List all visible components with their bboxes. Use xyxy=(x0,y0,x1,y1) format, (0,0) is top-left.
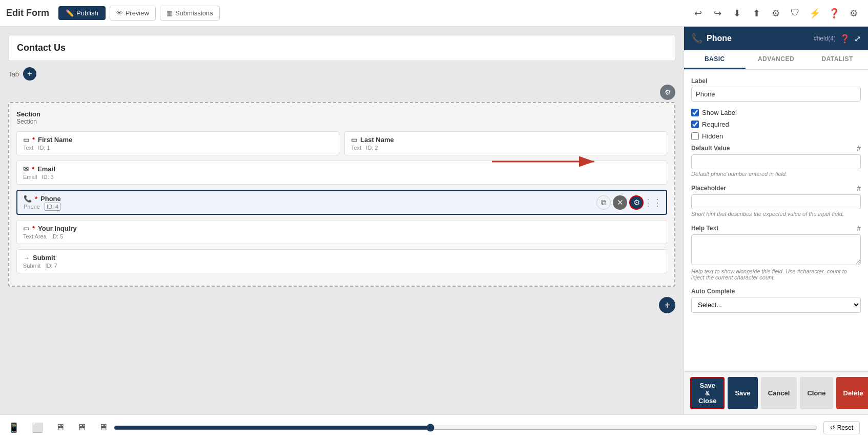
cancel-button[interactable]: Cancel xyxy=(761,377,797,409)
bolt-button[interactable]: ⚡ xyxy=(807,5,823,22)
reset-button[interactable]: ↺ Reset xyxy=(823,421,860,434)
upload-button[interactable]: ⬆ xyxy=(748,5,764,22)
save-button[interactable]: Save xyxy=(728,377,757,409)
text-icon: ▭ xyxy=(23,136,29,144)
mobile-small-icon[interactable]: 📱 xyxy=(8,422,19,433)
show-label-checkbox[interactable] xyxy=(691,109,699,116)
eye-icon: 👁 xyxy=(116,9,123,17)
required-checkbox[interactable] xyxy=(691,121,699,128)
field-first-name[interactable]: ▭ * First Name Text ID: 1 xyxy=(16,131,339,155)
panel-header-icons: ❓ ⤢ xyxy=(840,34,861,44)
shield-button[interactable]: 🛡 xyxy=(787,5,803,22)
help-text-input[interactable] xyxy=(691,234,861,265)
phone-icon: 📞 xyxy=(24,195,32,203)
zoom-slider-container xyxy=(114,424,817,432)
canvas-bottom: + xyxy=(8,293,675,317)
panel-expand-button[interactable]: ⤢ xyxy=(854,34,861,44)
placeholder-input[interactable] xyxy=(691,194,861,209)
default-value-label: Default Value # xyxy=(691,144,861,152)
field-phone[interactable]: 📞 * Phone Phone ID: 4 ⧉ ✕ ⚙ ⋮⋮ xyxy=(16,190,667,215)
panel-header: 📞 Phone #field(4) ❓ ⤢ xyxy=(684,27,868,50)
publish-icon: ✏️ xyxy=(66,9,74,17)
clone-button[interactable]: Clone xyxy=(800,377,833,409)
help-button[interactable]: ❓ xyxy=(826,5,842,22)
field-email[interactable]: ✉ * Email Email ID: 3 xyxy=(16,161,667,185)
desktop-large-icon[interactable]: 🖥 xyxy=(98,422,108,433)
default-value-input[interactable] xyxy=(691,154,861,169)
hash-icon-placeholder: # xyxy=(857,184,861,192)
hidden-row: Hidden xyxy=(691,132,861,140)
phone-id-badge: ID: 4 xyxy=(45,203,60,211)
help-text-help: Help text to show alongside this field. … xyxy=(691,268,861,281)
tab-basic[interactable]: BASIC xyxy=(684,50,746,69)
required-row: Required xyxy=(691,121,861,128)
label-field-label: Label xyxy=(691,77,861,85)
field-row-2: ✉ * Email Email ID: 3 xyxy=(16,161,667,185)
panel-footer: Save & Close Save Cancel Clone Delete xyxy=(684,371,868,414)
zoom-slider[interactable] xyxy=(114,424,817,432)
form-canvas: Contact Us Tab + ⚙ Section Section ▭ * F… xyxy=(0,27,684,414)
field-row-3: 📞 * Phone Phone ID: 4 ⧉ ✕ ⚙ ⋮⋮ xyxy=(16,190,667,215)
panel-title: Phone xyxy=(707,34,810,43)
table-icon: ▦ xyxy=(167,9,173,17)
drag-handle[interactable]: ⋮⋮ xyxy=(646,195,660,210)
show-label-row: Show Label xyxy=(691,109,861,116)
preview-button[interactable]: 👁 Preview xyxy=(110,6,156,21)
placeholder-help: Short hint that describes the expected v… xyxy=(691,211,861,217)
desktop-medium-icon[interactable]: 🖥 xyxy=(77,422,86,433)
field-row-1: ▭ * First Name Text ID: 1 ▭ Last Name Te… xyxy=(16,131,667,155)
add-section-button[interactable]: + xyxy=(659,297,675,313)
publish-button[interactable]: ✏️ Publish xyxy=(58,6,106,20)
section-gear-row: ⚙ xyxy=(8,85,675,100)
hidden-label: Hidden xyxy=(702,132,723,140)
panel-body: Label Show Label Required Hidden Default xyxy=(684,70,868,371)
field-row-4: ▭ * Your Inquiry Text Area ID: 5 xyxy=(16,220,667,244)
field-row-5: → Submit Submit ID: 7 xyxy=(16,249,667,273)
phone-field-row: 📞 * Phone Phone ID: 4 ⧉ ✕ ⚙ ⋮⋮ xyxy=(24,195,660,210)
zoom-bar: 📱 ⬜ 🖥 🖥 🖥 ↺ Reset xyxy=(0,414,868,440)
form-title: Contact Us xyxy=(8,35,675,61)
section-container: Section Section ▭ * First Name Text ID: … xyxy=(8,102,675,287)
copy-field-button[interactable]: ⧉ xyxy=(596,195,611,210)
placeholder-group: Placeholder # Short hint that describes … xyxy=(691,184,861,217)
submissions-button[interactable]: ▦ Submissions xyxy=(160,6,220,21)
tablet-icon[interactable]: ⬜ xyxy=(32,422,43,433)
panel-field-id: #field(4) xyxy=(814,35,836,42)
desktop-small-icon[interactable]: 🖥 xyxy=(55,422,65,433)
field-settings-button[interactable]: ⚙ xyxy=(629,195,644,210)
show-label-label: Show Label xyxy=(702,109,737,116)
undo-button[interactable]: ↩ xyxy=(690,5,706,22)
placeholder-label: Placeholder # xyxy=(691,184,861,192)
field-submit[interactable]: → Submit Submit ID: 7 xyxy=(16,249,667,273)
textarea-icon: ▭ xyxy=(23,225,29,232)
delete-field-button[interactable]: ✕ xyxy=(613,195,627,210)
page-title: Edit Form xyxy=(6,8,49,18)
hidden-checkbox[interactable] xyxy=(691,132,699,140)
tab-advanced[interactable]: ADVANCED xyxy=(746,50,807,69)
tab-datalist[interactable]: DATALIST xyxy=(807,50,868,69)
field-inquiry[interactable]: ▭ * Your Inquiry Text Area ID: 5 xyxy=(16,220,667,244)
default-value-group: Default Value # Default phone number ent… xyxy=(691,144,861,177)
download-button[interactable]: ⬇ xyxy=(729,5,745,22)
section-settings-button[interactable]: ⚙ xyxy=(660,85,675,100)
reset-icon: ↺ xyxy=(830,424,835,431)
email-icon: ✉ xyxy=(23,165,29,173)
add-tab-button[interactable]: + xyxy=(23,67,36,81)
redo-button[interactable]: ↪ xyxy=(709,5,726,22)
panel-help-button[interactable]: ❓ xyxy=(840,34,850,44)
auto-complete-group: Auto Complete Select... On Off xyxy=(691,288,861,313)
tools-button[interactable]: ⚙ xyxy=(768,5,784,22)
settings-button[interactable]: ⚙ xyxy=(845,5,862,22)
tab-bar: Tab + xyxy=(8,67,675,81)
section-sub: Section xyxy=(16,118,667,125)
field-last-name[interactable]: ▭ Last Name Text ID: 2 xyxy=(344,131,667,155)
section-title: Section xyxy=(16,110,667,118)
save-close-button[interactable]: Save & Close xyxy=(690,377,725,409)
panel-phone-icon: 📞 xyxy=(691,33,702,44)
delete-button[interactable]: Delete xyxy=(836,377,868,409)
panel-tabs: BASIC ADVANCED DATALIST xyxy=(684,50,868,70)
label-input[interactable] xyxy=(691,87,861,102)
hash-icon-help: # xyxy=(857,224,861,232)
auto-complete-select[interactable]: Select... On Off xyxy=(691,297,861,313)
zoom-icons: 📱 ⬜ 🖥 🖥 🖥 xyxy=(8,422,108,433)
